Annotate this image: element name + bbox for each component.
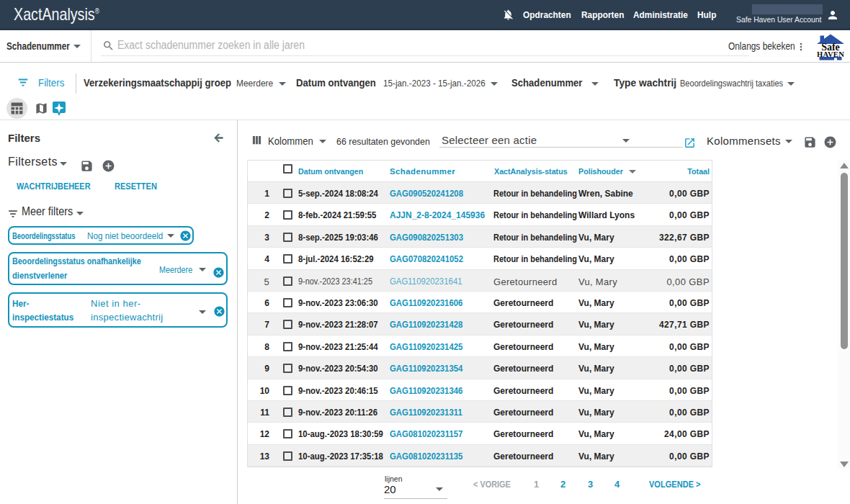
svg-text:HAVEN: HAVEN (817, 50, 844, 58)
